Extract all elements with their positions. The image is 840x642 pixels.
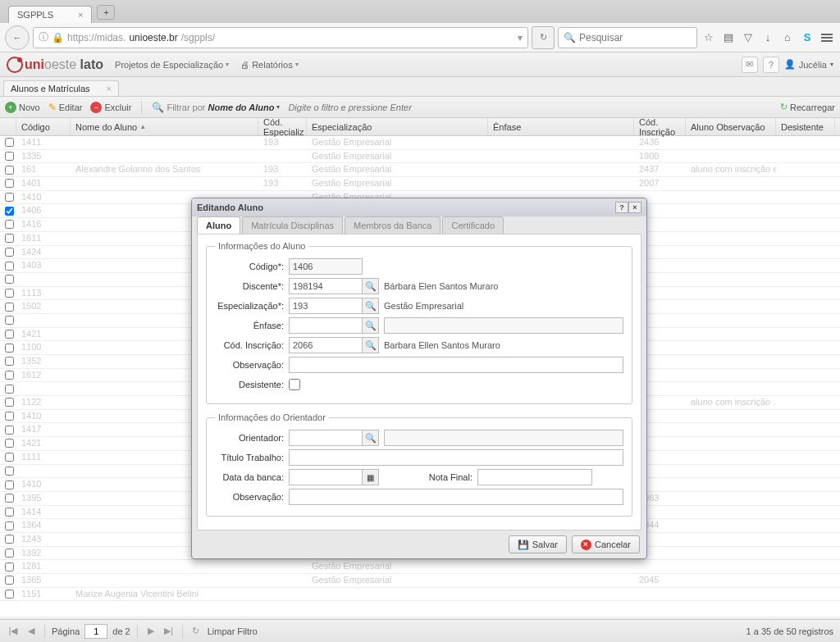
row-checkbox[interactable] bbox=[5, 248, 14, 257]
row-checkbox[interactable] bbox=[5, 138, 14, 147]
row-checkbox[interactable] bbox=[5, 166, 14, 175]
row-checkbox[interactable] bbox=[5, 549, 14, 558]
col-codigo[interactable]: Código bbox=[16, 118, 71, 135]
row-checkbox[interactable] bbox=[5, 179, 14, 188]
row-checkbox[interactable] bbox=[5, 220, 14, 229]
reload-button[interactable]: ↻ bbox=[532, 26, 555, 49]
novo-button[interactable]: +Novo bbox=[5, 102, 40, 113]
url-bar[interactable]: ⓘ 🔒 https://midas.unioeste.br/sgppls/ ▾ bbox=[33, 27, 528, 48]
close-icon[interactable]: × bbox=[107, 84, 112, 93]
col-obs[interactable]: Aluno Observação bbox=[686, 118, 776, 135]
row-checkbox[interactable] bbox=[5, 521, 14, 530]
menu-projetos[interactable]: Projetos de Especialização bbox=[115, 60, 229, 70]
table-row[interactable]: 161Alexandre Golanno dos Santos193Gestão… bbox=[0, 163, 840, 177]
row-checkbox[interactable] bbox=[5, 275, 14, 284]
home-icon[interactable]: ⌂ bbox=[779, 30, 796, 46]
close-button[interactable]: × bbox=[628, 202, 641, 213]
input-nota-final[interactable] bbox=[477, 469, 592, 485]
bookmark-icon[interactable]: ☆ bbox=[701, 30, 717, 46]
col-desistente[interactable]: Desistente bbox=[776, 118, 835, 135]
lookup-inscricao-button[interactable]: 🔍 bbox=[363, 337, 379, 353]
tab-certificado[interactable]: Certificado bbox=[442, 216, 504, 234]
row-checkbox[interactable] bbox=[5, 330, 14, 339]
row-checkbox[interactable] bbox=[5, 303, 14, 312]
recarregar-button[interactable]: ↻Recarregar bbox=[780, 102, 835, 112]
row-checkbox[interactable] bbox=[5, 289, 14, 298]
back-button[interactable]: ← bbox=[5, 25, 30, 50]
row-checkbox[interactable] bbox=[5, 357, 14, 366]
date-picker-button[interactable]: ▦ bbox=[363, 469, 379, 485]
cancelar-button[interactable]: ✕Cancelar bbox=[572, 535, 640, 553]
dialog-titlebar[interactable]: Editando Aluno ? × bbox=[192, 198, 646, 216]
last-page-button[interactable]: ▶| bbox=[162, 625, 176, 638]
row-checkbox[interactable] bbox=[5, 467, 14, 476]
row-checkbox[interactable] bbox=[5, 439, 14, 448]
tab-membros[interactable]: Membros da Banca bbox=[345, 216, 441, 234]
excluir-button[interactable]: −Excluir bbox=[90, 102, 131, 113]
row-checkbox[interactable] bbox=[5, 193, 14, 202]
pocket-icon[interactable]: ▽ bbox=[740, 30, 756, 46]
first-page-button[interactable]: |◀ bbox=[7, 625, 20, 638]
user-menu[interactable]: 👤Jucélia bbox=[784, 59, 833, 70]
next-page-button[interactable]: ▶ bbox=[144, 625, 158, 638]
lookup-enfase-button[interactable]: 🔍 bbox=[363, 317, 379, 334]
dropdown-icon[interactable]: ▾ bbox=[518, 32, 523, 43]
browser-search[interactable]: 🔍 Pesquisar bbox=[558, 27, 697, 48]
input-discente[interactable] bbox=[289, 278, 363, 294]
checkbox-desistente[interactable] bbox=[289, 379, 300, 390]
row-checkbox[interactable] bbox=[5, 385, 14, 394]
row-checkbox[interactable] bbox=[5, 262, 14, 271]
input-titulo[interactable] bbox=[289, 449, 623, 466]
table-row[interactable]: 1365Gestão Empresarial2045 bbox=[0, 574, 840, 588]
editar-button[interactable]: ✎Editar bbox=[48, 102, 83, 113]
app-tab-alunos[interactable]: Alunos e Matrículas × bbox=[3, 80, 119, 96]
row-checkbox[interactable] bbox=[5, 152, 14, 161]
input-observacao[interactable] bbox=[289, 357, 623, 373]
input-enfase[interactable] bbox=[289, 317, 363, 334]
row-checkbox[interactable] bbox=[5, 426, 14, 435]
row-checkbox[interactable] bbox=[5, 576, 14, 585]
row-checkbox[interactable] bbox=[5, 562, 14, 571]
new-tab-button[interactable]: + bbox=[97, 5, 115, 20]
library-icon[interactable]: ▤ bbox=[720, 30, 737, 46]
col-enfase[interactable]: Ênfase bbox=[488, 118, 634, 135]
tab-matricula[interactable]: Matrícula Disciplinas bbox=[242, 216, 343, 234]
table-row[interactable]: 1281Gestão Empresarial bbox=[0, 560, 840, 574]
row-checkbox[interactable] bbox=[5, 480, 14, 489]
skype-icon[interactable]: S bbox=[799, 30, 815, 46]
row-checkbox[interactable] bbox=[5, 398, 14, 407]
col-cod-insc[interactable]: Cód. Inscrição bbox=[634, 118, 686, 135]
lookup-especializacao-button[interactable]: 🔍 bbox=[363, 298, 379, 314]
close-icon[interactable]: × bbox=[78, 10, 83, 20]
filter-control[interactable]: 🔍 Filtrar por Nome do Aluno ▾ bbox=[152, 102, 280, 113]
table-row[interactable]: 1151Marize Augenia Vicentini Belini bbox=[0, 588, 840, 602]
browser-tab[interactable]: SGPPLS × bbox=[8, 6, 92, 23]
table-row[interactable]: 1335Gestão Empresarial1900 bbox=[0, 150, 840, 164]
row-checkbox[interactable] bbox=[5, 590, 14, 599]
input-observacao-orient[interactable] bbox=[289, 489, 623, 505]
row-checkbox[interactable] bbox=[5, 494, 14, 503]
prev-page-button[interactable]: ◀ bbox=[25, 625, 38, 638]
page-input[interactable] bbox=[84, 624, 107, 639]
lookup-orientador-button[interactable]: 🔍 bbox=[363, 430, 379, 446]
menu-button[interactable] bbox=[819, 30, 835, 46]
row-checkbox[interactable] bbox=[5, 344, 14, 353]
input-codigo[interactable] bbox=[289, 258, 363, 275]
refresh-grid-button[interactable]: ↻ bbox=[189, 625, 203, 638]
row-checkbox[interactable] bbox=[5, 508, 14, 517]
help-icon[interactable]: ? bbox=[763, 57, 779, 73]
mail-icon[interactable]: ✉ bbox=[742, 57, 758, 73]
input-cod-inscricao[interactable] bbox=[289, 337, 363, 353]
download-icon[interactable]: ↓ bbox=[760, 30, 776, 46]
limpar-filtro-button[interactable]: Limpar Filtro bbox=[208, 626, 258, 636]
help-button[interactable]: ? bbox=[615, 202, 628, 213]
row-checkbox[interactable] bbox=[5, 316, 14, 325]
salvar-button[interactable]: 💾Salvar bbox=[509, 535, 567, 553]
table-row[interactable]: 1401193Gestão Empresarial2007 bbox=[0, 177, 840, 191]
row-checkbox[interactable] bbox=[5, 234, 14, 243]
row-checkbox[interactable] bbox=[5, 535, 14, 544]
input-especializacao[interactable] bbox=[289, 298, 363, 314]
col-cod-esp[interactable]: Cód. Especializ bbox=[258, 118, 307, 135]
input-orientador[interactable] bbox=[289, 430, 363, 446]
row-checkbox[interactable] bbox=[5, 453, 14, 462]
